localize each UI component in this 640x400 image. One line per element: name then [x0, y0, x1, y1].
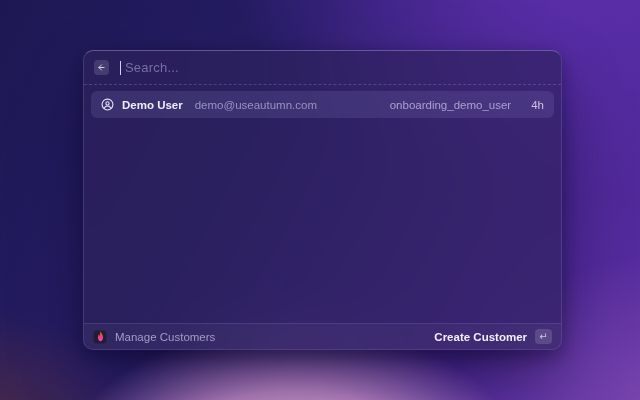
back-button[interactable]: [94, 60, 109, 75]
results-list: Demo User demo@useautumn.com onboarding_…: [84, 85, 561, 323]
autumn-flame-logo-icon: [93, 330, 107, 344]
customer-row[interactable]: Demo User demo@useautumn.com onboarding_…: [91, 91, 554, 118]
manage-customers-label[interactable]: Manage Customers: [115, 331, 426, 343]
circle-user-icon: [101, 98, 114, 111]
arrow-left-icon: [97, 63, 106, 72]
customer-id: onboarding_demo_user: [390, 99, 511, 111]
palette-footer: Manage Customers Create Customer ↵: [84, 323, 561, 349]
create-customer-button[interactable]: Create Customer: [434, 331, 527, 343]
enter-key-icon[interactable]: ↵: [535, 329, 552, 344]
text-cursor: [120, 61, 121, 75]
customer-name: Demo User: [122, 99, 183, 111]
search-header: Search...: [84, 51, 561, 85]
command-palette: Search... Demo User demo@useautumn.com o…: [83, 50, 562, 350]
return-symbol: ↵: [539, 331, 547, 342]
customer-email: demo@useautumn.com: [195, 99, 317, 111]
search-input[interactable]: Search...: [125, 60, 551, 75]
customer-last-seen: 4h: [531, 99, 544, 111]
